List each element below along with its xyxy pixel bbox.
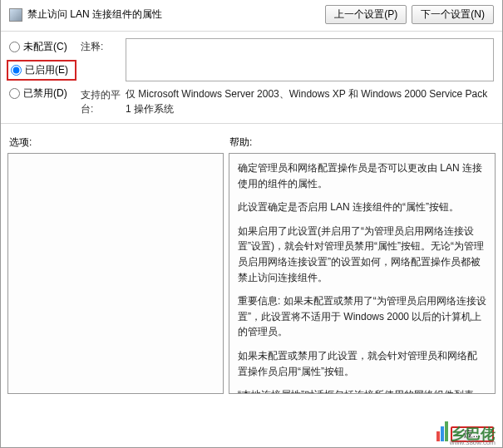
help-panel[interactable]: 确定管理员和网络配置操作员是否可以更改由 LAN 连接使用的组件的属性。 此设置… [229, 153, 496, 394]
section-labels: 选项: 帮助: [1, 124, 502, 153]
help-paragraph: 重要信息: 如果未配置或禁用了“为管理员启用网络连接设置”，此设置将不适用于 W… [238, 293, 486, 340]
comment-row: 注释: [81, 38, 494, 81]
platform-label: 支持的平台: [81, 86, 126, 116]
title-bar: 禁止访问 LAN 连接组件的属性 上一个设置(P) 下一个设置(N) [1, 0, 502, 27]
platform-row: 支持的平台: 仅 Microsoft Windows Server 2003、W… [81, 86, 494, 116]
radio-group: 未配置(C) 已启用(E) 已禁用(D) [9, 38, 74, 116]
help-paragraph: 此设置确定是否启用 LAN 连接组件的“属性”按钮。 [238, 199, 486, 215]
apply-button[interactable]: 应... [451, 426, 494, 442]
policy-dialog: 禁止访问 LAN 连接组件的属性 上一个设置(P) 下一个设置(N) 未配置(C… [0, 0, 503, 448]
comment-label: 注释: [81, 38, 126, 81]
radio-enabled-input[interactable] [11, 65, 22, 76]
platform-text: 仅 Microsoft Windows Server 2003、Windows … [126, 86, 494, 116]
dialog-title: 禁止访问 LAN 连接组件的属性 [27, 7, 162, 22]
watermark-bars-icon [436, 421, 449, 446]
options-panel [7, 153, 224, 394]
radio-disabled-input[interactable] [9, 88, 20, 99]
options-label: 选项: [9, 135, 229, 150]
enabled-highlight: 已启用(E) [7, 60, 76, 81]
panels: 确定管理员和网络配置操作员是否可以更改由 LAN 连接使用的组件的属性。 此设置… [1, 153, 502, 394]
footer: 应... [451, 426, 494, 442]
radio-disabled-label: 已禁用(D) [23, 86, 67, 101]
fields-column: 注释: 支持的平台: 仅 Microsoft Windows Server 20… [81, 38, 494, 116]
comment-textarea[interactable] [126, 38, 494, 81]
radio-not-configured[interactable]: 未配置(C) [9, 40, 74, 54]
config-area: 未配置(C) 已启用(E) 已禁用(D) 注释: 支持的平台: 仅 Micros… [1, 32, 502, 120]
next-setting-button[interactable]: 下一个设置(N) [412, 5, 494, 24]
radio-enabled-label: 已启用(E) [25, 63, 68, 77]
radio-enabled[interactable]: 已启用(E) [11, 63, 72, 77]
radio-not-configured-input[interactable] [9, 42, 20, 52]
prev-setting-button[interactable]: 上一个设置(P) [325, 5, 407, 24]
help-paragraph: 如果启用了此设置(并启用了“为管理员启用网络连接设置”设置)，就会针对管理员禁用… [238, 224, 486, 285]
help-paragraph: 如果未配置或禁用了此设置，就会针对管理员和网络配置操作员启用“属性”按钮。 [238, 348, 486, 379]
radio-disabled[interactable]: 已禁用(D) [9, 86, 74, 101]
help-paragraph: “本地连接属性”对话框包括连接所使用的网络组件列表。要查看或更改组件的属性，请单… [238, 387, 486, 394]
help-paragraph: 确定管理员和网络配置操作员是否可以更改由 LAN 连接使用的组件的属性。 [238, 160, 486, 191]
help-label: 帮助: [229, 135, 494, 150]
policy-icon [9, 8, 22, 22]
radio-not-configured-label: 未配置(C) [23, 40, 67, 54]
